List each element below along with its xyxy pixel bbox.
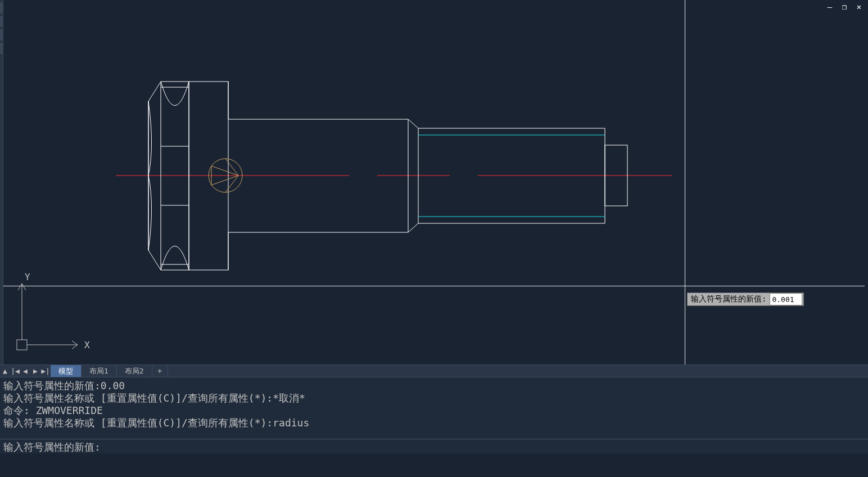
crosshair-vertical — [685, 0, 685, 364]
svg-line-17 — [408, 119, 418, 128]
svg-line-5 — [148, 82, 161, 101]
tab-nav-controls: ▲ |◀ ◀ ▶ ▶| — [0, 365, 51, 377]
maximize-button[interactable]: ❐ — [840, 2, 849, 11]
tab-first-button[interactable]: |◀ — [10, 366, 20, 377]
command-history-line: 输入符号属性的新值:0.00 — [3, 380, 865, 392]
tab-layout2[interactable]: 布局2 — [117, 365, 152, 377]
window-controls: — ❐ ✕ — [825, 2, 864, 11]
close-button[interactable]: ✕ — [855, 2, 864, 11]
layout-tab-bar: ▲ |◀ ◀ ▶ ▶| 模型 布局1 布局2 + — [0, 364, 868, 377]
command-prompt: 输入符号属性的新值: — [3, 441, 101, 453]
command-history-line: 命令: ZWMOVERRIDE — [3, 404, 865, 417]
command-line-input[interactable]: 输入符号属性的新值: — [0, 439, 868, 453]
tab-add-button[interactable]: + — [152, 365, 168, 377]
svg-line-7 — [148, 250, 161, 270]
crosshair-horizontal — [3, 286, 865, 286]
dynamic-input-label: 输入符号属性的新值: — [688, 294, 770, 304]
ucs-icon: X Y — [11, 272, 96, 359]
ucs-x-label: X — [84, 340, 90, 350]
tab-collapse-button[interactable]: ▲ — [0, 366, 10, 377]
tab-next-button[interactable]: ▶ — [30, 366, 40, 377]
command-history-panel[interactable]: 输入符号属性的新值:0.00 输入符号属性名称或 [重置属性值(C)]/查询所有… — [0, 377, 868, 439]
dynamic-input-box: 输入符号属性的新值: — [687, 292, 804, 306]
ucs-y-label: Y — [25, 272, 30, 282]
tab-model[interactable]: 模型 — [51, 365, 82, 377]
status-bar-area — [0, 453, 868, 477]
svg-rect-32 — [17, 340, 27, 350]
tab-prev-button[interactable]: ◀ — [20, 366, 30, 377]
svg-line-27 — [211, 166, 238, 176]
tab-layout1[interactable]: 布局1 — [82, 365, 117, 377]
tab-last-button[interactable]: ▶| — [40, 366, 51, 377]
svg-line-18 — [408, 223, 418, 232]
command-history-line: 输入符号属性名称或 [重置属性值(C)]/查询所有属性(*):radius — [3, 417, 865, 429]
dynamic-input-field[interactable] — [770, 293, 802, 305]
minimize-button[interactable]: — — [825, 2, 834, 11]
command-history-line: 输入符号属性名称或 [重置属性值(C)]/查询所有属性(*):*取消* — [3, 392, 865, 404]
cad-drawing — [3, 0, 865, 364]
drawing-canvas[interactable] — [3, 0, 865, 364]
svg-line-28 — [211, 176, 238, 185]
